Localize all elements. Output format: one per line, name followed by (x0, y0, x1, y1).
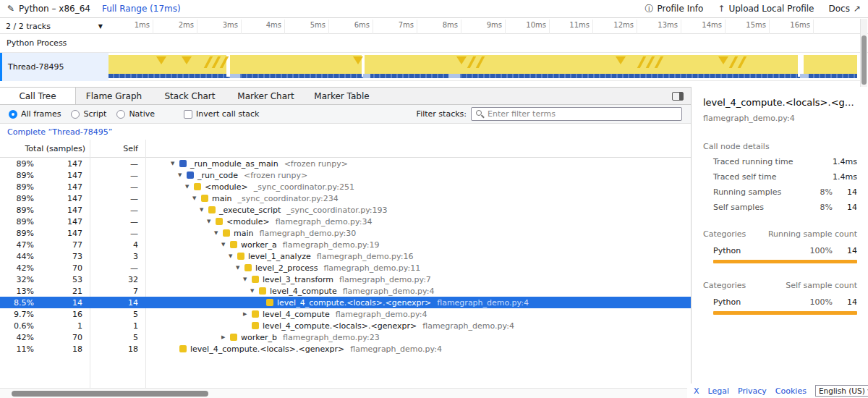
function-name: main (212, 194, 231, 203)
horizontal-scrollbar-thumb[interactable] (12, 391, 208, 397)
row-total-samples: 70 (36, 263, 85, 273)
expand-open-icon[interactable]: ▼ (250, 288, 259, 294)
table-row[interactable]: 89%147—▼<module>flamegraph_demo.py:34 (0, 216, 691, 227)
expand-open-icon[interactable]: ▼ (221, 242, 230, 247)
footer-legal-link[interactable]: Legal (708, 386, 729, 396)
expand-closed-icon[interactable]: ▶ (243, 311, 252, 317)
expand-closed-icon[interactable]: ▶ (221, 334, 230, 340)
row-total-samples: 147 (36, 171, 85, 180)
expand-open-icon[interactable]: ▼ (243, 276, 252, 282)
table-row[interactable]: 89%147—▼_run_code<frozen runpy> (0, 169, 691, 181)
tab-marker-table[interactable]: Marker Table (304, 88, 380, 104)
detail-row: Traced running time1.4ms (703, 157, 857, 166)
row-total-percent: 47% (0, 240, 36, 250)
table-row[interactable]: 32%5332▼level_3_transformflamegraph_demo… (0, 274, 691, 285)
row-self-samples: 18 (85, 344, 142, 354)
function-name: level_4_compute (263, 310, 330, 319)
table-row[interactable]: 89%147—▼_run_module_as_main<frozen runpy… (0, 158, 691, 169)
tab-call-tree[interactable]: Call Tree (0, 88, 76, 104)
invert-call-stack-checkbox[interactable]: Invert call stack (184, 109, 259, 119)
profile-name[interactable]: Python – x86_64 (19, 4, 90, 14)
row-self-samples: — (85, 171, 142, 180)
expand-open-icon[interactable]: ▼ (236, 265, 244, 271)
vertical-scrollbar-thumb[interactable] (861, 35, 867, 85)
thread-track-label[interactable]: Thread-78495 (0, 53, 109, 81)
expand-open-icon[interactable]: ▼ (200, 207, 208, 213)
expand-open-icon[interactable]: ▼ (185, 184, 194, 190)
marker-triangle-icon[interactable] (456, 56, 467, 64)
radio-unchecked-icon (71, 110, 80, 119)
row-total-samples: 77 (36, 240, 85, 250)
table-row[interactable]: 47%774▼worker_aflamegraph_demo.py:19 (0, 239, 691, 250)
upload-profile-button[interactable]: ↑Upload Local Profile (718, 4, 814, 14)
category-percent: 100% (805, 246, 833, 255)
table-row[interactable]: 9.7%165▶level_4_computeflamegraph_demo.p… (0, 308, 691, 320)
breadcrumb[interactable]: Complete “Thread-78495” (7, 127, 112, 137)
radio-script[interactable]: Script (71, 109, 106, 119)
filter-input[interactable] (471, 107, 682, 121)
marker-triangle-icon[interactable] (182, 56, 192, 64)
footer-x-link[interactable]: X (694, 386, 699, 396)
process-track-header[interactable]: Python Process (0, 34, 868, 53)
file-location: flamegraph_demo.py:7 (339, 275, 431, 284)
function-name: _execute_script (219, 206, 281, 215)
table-row[interactable]: 42%70—▼level_2_processflamegraph_demo.py… (0, 262, 691, 274)
docs-link[interactable]: Docs↗ (829, 4, 861, 14)
ruler-tick-mark (813, 20, 814, 34)
radio-all-frames[interactable]: All frames (9, 109, 61, 119)
detail-row: Traced self time1.4ms (703, 172, 857, 182)
detail-percent: 8% (805, 203, 833, 212)
expand-open-icon[interactable]: ▼ (214, 230, 223, 236)
horizontal-scrollbar[interactable] (0, 388, 687, 398)
category-square-icon (223, 229, 230, 237)
expand-open-icon[interactable]: ▼ (207, 219, 216, 224)
sidebar-file-location: flamegraph_demo.py:4 (703, 114, 857, 123)
footer-privacy-link[interactable]: Privacy (738, 386, 767, 396)
sidebar-toggle-icon[interactable] (672, 92, 684, 101)
table-row[interactable]: 89%147—▼mainflamegraph_demo.py:30 (0, 227, 691, 239)
table-row[interactable]: 8.5%1414level_4_compute.<locals>.<genexp… (0, 297, 691, 308)
table-row[interactable]: 11%1818level_4_compute.<locals>.<genexpr… (0, 343, 691, 355)
tab-flame-graph[interactable]: Flame Graph (76, 88, 152, 104)
table-row[interactable]: 0.6%11level_4_compute.<locals>.<genexpr>… (0, 320, 691, 331)
marker-triangle-icon[interactable] (616, 56, 626, 64)
full-range-link[interactable]: Full Range (17ms) (102, 4, 181, 14)
category-square-icon (252, 322, 259, 329)
expand-open-icon[interactable]: ▼ (178, 172, 187, 178)
row-call-node: ▶worker_bflamegraph_demo.py:23 (142, 333, 691, 342)
tracks-dropdown-button[interactable]: 2 / 2 tracks ▼ (0, 18, 109, 34)
table-row[interactable]: 44%733▼level_1_analyzeflamegraph_demo.py… (0, 250, 691, 262)
table-row[interactable]: 89%147—▼<module>_sync_coordinator.py:251 (0, 181, 691, 192)
profile-info-button[interactable]: ⓘProfile Info (645, 3, 704, 15)
column-header-self[interactable]: Self (85, 140, 142, 158)
marker-triangle-icon[interactable] (353, 56, 363, 64)
radio-all-frames-label: All frames (21, 109, 61, 119)
thread-activity-graph[interactable] (109, 53, 857, 81)
tracks-vertical-scrollbar[interactable] (860, 19, 867, 87)
tab-stack-chart[interactable]: Stack Chart (152, 88, 228, 104)
edit-profile-name-icon[interactable]: ✎ (7, 4, 14, 14)
table-row[interactable]: 13%217▼level_4_computeflamegraph_demo.py… (0, 285, 691, 297)
marker-triangle-icon[interactable] (156, 56, 166, 64)
detail-value: 1.4ms (833, 157, 857, 166)
radio-native-label: Native (129, 109, 155, 119)
footer-cookies-link[interactable]: Cookies (775, 386, 807, 396)
language-select[interactable]: English (US) (815, 385, 868, 397)
row-call-node: ▼level_3_transformflamegraph_demo.py:7 (142, 275, 691, 284)
table-row[interactable]: 42%705▶worker_bflamegraph_demo.py:23 (0, 331, 691, 343)
call-node-details-list: Traced running time1.4msTraced self time… (703, 157, 857, 212)
table-row[interactable]: 89%147—▼main_sync_coordinator.py:234 (0, 192, 691, 204)
column-header-total[interactable]: Total (samples) (0, 140, 85, 158)
row-call-node: level_4_compute.<locals>.<genexpr>flameg… (142, 298, 691, 308)
radio-native[interactable]: Native (116, 109, 155, 119)
row-call-node: ▼worker_aflamegraph_demo.py:19 (142, 240, 691, 250)
expand-open-icon[interactable]: ▼ (171, 161, 179, 166)
row-total-samples: 14 (36, 298, 85, 308)
function-name: worker_b (241, 333, 277, 342)
expand-open-icon[interactable]: ▼ (229, 253, 237, 259)
function-name: worker_a (241, 240, 277, 250)
tab-marker-chart[interactable]: Marker Chart (228, 88, 304, 104)
expand-open-icon[interactable]: ▼ (192, 195, 201, 201)
marker-triangle-icon[interactable] (718, 56, 728, 64)
table-row[interactable]: 89%147—▼_execute_script_sync_coordinator… (0, 204, 691, 216)
